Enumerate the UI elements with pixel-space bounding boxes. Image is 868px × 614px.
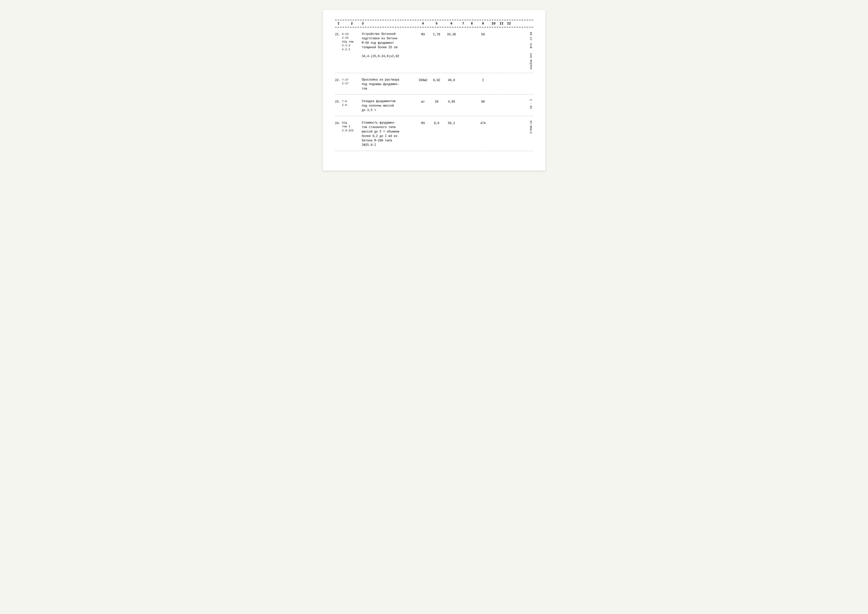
row-22-v8: [467, 78, 477, 78]
header-col4: 4: [416, 22, 430, 25]
header-col7: 7: [460, 22, 467, 25]
row-23-ref: 7-6 I-6: [342, 99, 362, 107]
row-22-desc: Прослойка из раствора под подошвы фундам…: [362, 78, 416, 91]
row-24-desc: Стоимость фундамен- тов стаканного типа …: [362, 121, 416, 147]
row-21-num: 2I.: [335, 32, 342, 37]
row-23-side-text: I6 - I: [529, 99, 533, 109]
row-23-desc: Укладка фундаментов под колонны массой д…: [362, 99, 416, 112]
row-21-desc: Устройство бетонной подготовки из бетона…: [362, 32, 416, 59]
row-21-unit: МЗ: [416, 32, 430, 37]
table-row: 22. 7-I7 I-I7 Прослойка из раствора под …: [335, 73, 533, 95]
header-row: I 2 3 4 5 6 7 8 9 IO II I2: [335, 22, 533, 28]
page: I 2 3 4 5 6 7 8 9 IO II I2 2I. 6-I3 I-I3…: [323, 10, 546, 171]
row-24-side-text: 2/598-19: [529, 121, 533, 134]
row-22-v5: 0,02: [430, 78, 443, 83]
row-24-v6: 59,2: [443, 121, 460, 126]
row-21-side-text: Альбом ХУI В/О -17.86: [529, 32, 533, 70]
row-24-side: 2/598-19: [513, 121, 533, 134]
row-23-unit: шт: [416, 99, 430, 104]
row-23-v8: [467, 99, 477, 99]
row-24-unit: МЗ: [416, 121, 430, 126]
row-24-v8: [467, 121, 477, 121]
row-22-v6: 49,0: [443, 78, 460, 83]
row-23-v7: [460, 99, 467, 99]
table-row: 24. ССЦ том I п.9-I23 Стоимость фундамен…: [335, 116, 533, 151]
row-22-v9: I: [477, 78, 489, 83]
header-col6: 6: [443, 22, 460, 25]
row-23-v9: 98: [477, 99, 489, 104]
row-24-num: 24.: [335, 121, 342, 126]
table-row: 23. 7-6 I-6 Укладка фундаментов под коло…: [335, 95, 533, 116]
header-col2: 2: [342, 22, 362, 25]
row-21-v5: I,78: [430, 32, 443, 37]
row-22-ref: 7-I7 I-I7: [342, 78, 362, 86]
row-24-ref: ССЦ том I п.9-I23: [342, 121, 362, 132]
top-border: [335, 20, 533, 20]
row-21-v9: 59: [477, 32, 489, 37]
header-col11: II: [498, 22, 506, 25]
table: I 2 3 4 5 6 7 8 9 IO II I2 2I. 6-I3 I-I3…: [335, 20, 533, 151]
header-col1: I: [335, 22, 342, 25]
row-21-v6: 33,38: [443, 32, 460, 37]
row-22-unit: IООм2: [416, 78, 430, 83]
row-23-v5: 20: [430, 99, 443, 104]
row-21-ref: 6-I3 I-I3 ССЦ том п.I-3 п.I-I: [342, 32, 362, 51]
header-col9: 9: [477, 22, 489, 25]
row-22-v7: [460, 78, 467, 78]
row-21-v7: [460, 32, 467, 33]
header-col12: I2: [506, 22, 513, 25]
row-22-num: 22.: [335, 78, 342, 83]
row-23-v6: 4,89: [443, 99, 460, 104]
row-21-v8: [467, 32, 477, 33]
header-col3: 3: [362, 22, 416, 25]
header-col5: 5: [430, 22, 443, 25]
row-23-side: I6 - I: [513, 99, 533, 109]
header-col8: 8: [467, 22, 477, 25]
header-col10: IO: [489, 22, 498, 25]
row-24-v5: 8,0: [430, 121, 443, 126]
table-row: 2I. 6-I3 I-I3 ССЦ том п.I-3 п.I-I Устрой…: [335, 28, 533, 73]
row-24-v7: [460, 121, 467, 121]
row-21-side: Альбом ХУI В/О -17.86: [513, 32, 533, 70]
row-23-num: 23.: [335, 99, 342, 104]
row-24-v9: 474: [477, 121, 489, 126]
